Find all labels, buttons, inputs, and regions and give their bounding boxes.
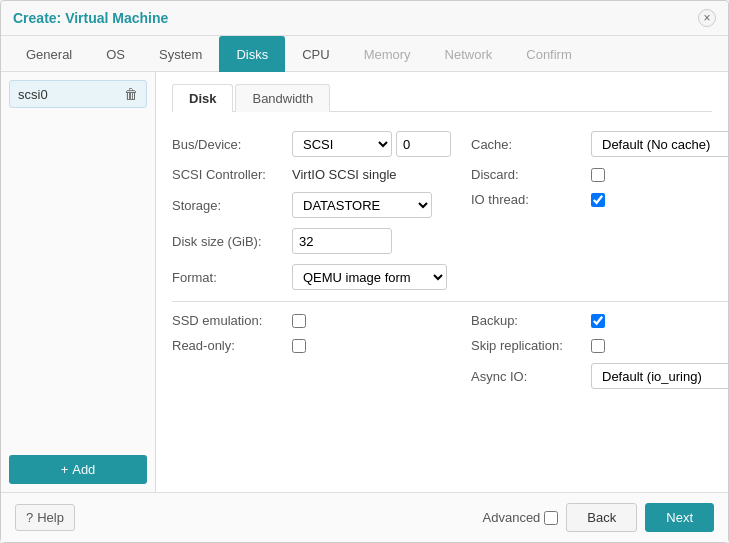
format-select[interactable]: QEMU image format Raw disk image bbox=[292, 264, 447, 290]
tab-memory: Memory bbox=[347, 36, 428, 72]
bottom-left-column: SSD emulation: Read-only: bbox=[172, 308, 451, 394]
backup-row: Backup: bbox=[471, 308, 728, 333]
sidebar-item-label: scsi0 bbox=[18, 87, 48, 102]
read-only-control bbox=[292, 339, 451, 353]
help-icon: ? bbox=[26, 510, 33, 525]
dialog-footer: ? Help Advanced Back Next bbox=[1, 492, 728, 542]
storage-label: Storage: bbox=[172, 198, 292, 213]
storage-control: DATASTORE bbox=[292, 192, 451, 218]
advanced-label[interactable]: Advanced bbox=[483, 510, 559, 525]
add-disk-button[interactable]: + Add bbox=[9, 455, 147, 484]
read-only-checkbox[interactable] bbox=[292, 339, 306, 353]
bus-device-row: Bus/Device: SCSI IDE SATA VirtIO Block bbox=[172, 126, 451, 162]
dialog-title: Create: Virtual Machine bbox=[13, 10, 168, 26]
tab-network: Network bbox=[428, 36, 510, 72]
title-bar: Create: Virtual Machine × bbox=[1, 1, 728, 36]
subtab-bandwidth[interactable]: Bandwidth bbox=[235, 84, 330, 112]
backup-label: Backup: bbox=[471, 313, 591, 328]
storage-row: Storage: DATASTORE bbox=[172, 187, 451, 223]
scsi-controller-value: VirtIO SCSI single bbox=[292, 167, 451, 182]
sidebar-item-scsi0[interactable]: scsi0 🗑 bbox=[9, 80, 147, 108]
disk-size-label: Disk size (GiB): bbox=[172, 234, 292, 249]
form-divider bbox=[172, 301, 728, 302]
discard-control bbox=[591, 168, 728, 182]
close-button[interactable]: × bbox=[698, 9, 716, 27]
tab-bar: General OS System Disks CPU Memory Netwo… bbox=[1, 36, 728, 72]
add-label: Add bbox=[72, 462, 95, 477]
skip-replication-label: Skip replication: bbox=[471, 338, 591, 353]
cache-label: Cache: bbox=[471, 137, 591, 152]
disk-content: Disk Bandwidth Bus/Device: SCSI IDE SATA bbox=[156, 72, 728, 492]
disk-size-control bbox=[292, 228, 451, 254]
bottom-right-column: Backup: Skip replication: As bbox=[471, 308, 728, 394]
disk-sidebar: scsi0 🗑 + Add bbox=[1, 72, 156, 492]
subtab-disk[interactable]: Disk bbox=[172, 84, 233, 112]
async-io-row: Async IO: Default (io_uring) io_uring na… bbox=[471, 358, 728, 394]
backup-checkbox[interactable] bbox=[591, 314, 605, 328]
help-label: Help bbox=[37, 510, 64, 525]
io-thread-checkbox[interactable] bbox=[591, 193, 605, 207]
footer-left: ? Help bbox=[15, 504, 75, 531]
ssd-emulation-checkbox[interactable] bbox=[292, 314, 306, 328]
storage-select[interactable]: DATASTORE bbox=[292, 192, 432, 218]
read-only-label: Read-only: bbox=[172, 338, 292, 353]
scsi-controller-label: SCSI Controller: bbox=[172, 167, 292, 182]
io-thread-label: IO thread: bbox=[471, 192, 591, 207]
disk-form: Bus/Device: SCSI IDE SATA VirtIO Block bbox=[172, 126, 712, 394]
scsi-controller-row: SCSI Controller: VirtIO SCSI single bbox=[172, 162, 451, 187]
tab-os[interactable]: OS bbox=[89, 36, 142, 72]
format-control: QEMU image format Raw disk image bbox=[292, 264, 451, 290]
backup-control bbox=[591, 314, 728, 328]
footer-right: Advanced Back Next bbox=[483, 503, 714, 532]
cache-select[interactable]: Default (No cache) No cache Write throug… bbox=[591, 131, 728, 157]
device-input[interactable] bbox=[396, 131, 451, 157]
help-button[interactable]: ? Help bbox=[15, 504, 75, 531]
skip-replication-row: Skip replication: bbox=[471, 333, 728, 358]
ssd-emulation-label: SSD emulation: bbox=[172, 313, 292, 328]
io-thread-control bbox=[591, 193, 728, 207]
tab-general[interactable]: General bbox=[9, 36, 89, 72]
left-column: Bus/Device: SCSI IDE SATA VirtIO Block bbox=[172, 126, 451, 295]
async-io-label: Async IO: bbox=[471, 369, 591, 384]
next-button[interactable]: Next bbox=[645, 503, 714, 532]
io-thread-row: IO thread: bbox=[471, 187, 728, 212]
format-label: Format: bbox=[172, 270, 292, 285]
discard-label: Discard: bbox=[471, 167, 591, 182]
discard-checkbox[interactable] bbox=[591, 168, 605, 182]
bus-select[interactable]: SCSI IDE SATA VirtIO Block bbox=[292, 131, 392, 157]
scsi-controller-text: VirtIO SCSI single bbox=[292, 167, 397, 182]
bus-device-label: Bus/Device: bbox=[172, 137, 292, 152]
async-io-control: Default (io_uring) io_uring native threa… bbox=[591, 363, 728, 389]
read-only-row: Read-only: bbox=[172, 333, 451, 358]
async-io-select[interactable]: Default (io_uring) io_uring native threa… bbox=[591, 363, 728, 389]
advanced-text: Advanced bbox=[483, 510, 541, 525]
ssd-emulation-control bbox=[292, 314, 451, 328]
tab-cpu[interactable]: CPU bbox=[285, 36, 346, 72]
discard-row: Discard: bbox=[471, 162, 728, 187]
virtual-machine-dialog: Create: Virtual Machine × General OS Sys… bbox=[0, 0, 729, 543]
back-button[interactable]: Back bbox=[566, 503, 637, 532]
tab-confirm: Confirm bbox=[509, 36, 589, 72]
format-row: Format: QEMU image format Raw disk image bbox=[172, 259, 451, 295]
tab-disks[interactable]: Disks bbox=[219, 36, 285, 72]
cache-row: Cache: Default (No cache) No cache Write… bbox=[471, 126, 728, 162]
dialog-body: scsi0 🗑 + Add Disk Bandwidth Bus/D bbox=[1, 72, 728, 492]
skip-replication-control bbox=[591, 339, 728, 353]
sidebar-delete-button[interactable]: 🗑 bbox=[124, 86, 138, 102]
bus-device-control: SCSI IDE SATA VirtIO Block bbox=[292, 131, 451, 157]
disk-size-input[interactable] bbox=[292, 228, 392, 254]
subtab-bar: Disk Bandwidth bbox=[172, 84, 712, 112]
ssd-emulation-row: SSD emulation: bbox=[172, 308, 451, 333]
cache-control: Default (No cache) No cache Write throug… bbox=[591, 131, 728, 157]
disk-size-row: Disk size (GiB): bbox=[172, 223, 451, 259]
advanced-checkbox[interactable] bbox=[544, 511, 558, 525]
right-column: Cache: Default (No cache) No cache Write… bbox=[471, 126, 728, 295]
add-icon: + bbox=[61, 462, 69, 477]
skip-replication-checkbox[interactable] bbox=[591, 339, 605, 353]
tab-system[interactable]: System bbox=[142, 36, 219, 72]
